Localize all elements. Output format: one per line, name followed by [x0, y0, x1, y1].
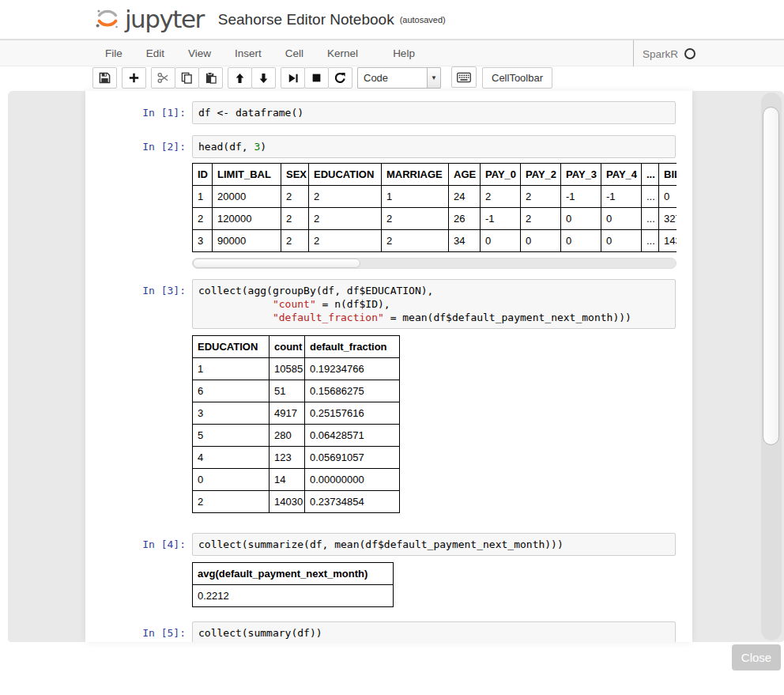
output-table: IDLIMIT_BALSEXEDUCATIONMARRIAGEAGEPAY_0P… — [192, 163, 677, 252]
table-cell: 280 — [270, 425, 305, 447]
column-header: EDUCATION — [193, 336, 270, 358]
code-input[interactable]: collect(summary(df)) — [192, 621, 676, 642]
horizontal-scrollbar-thumb[interactable] — [193, 259, 360, 268]
table-cell: 1 — [193, 358, 270, 380]
education-aggregation-output: EDUCATIONcountdefault_fraction1105850.19… — [192, 335, 692, 513]
jupyter-logo-icon — [95, 6, 120, 34]
menu-insert[interactable]: Insert — [223, 41, 273, 66]
notebook-page: In [1]: df <- dataframe() In [2]: head(d… — [85, 91, 692, 642]
run-cell-button[interactable] — [281, 67, 305, 89]
code-cell-5: In [5]: collect(summary(df)) — [85, 621, 692, 642]
column-header: PAY_0 — [481, 164, 521, 186]
table-cell: 0 — [561, 230, 601, 252]
jupyter-logo-text: jupyter — [125, 7, 204, 32]
column-header: PAY_4 — [601, 164, 642, 186]
code-cell-4: In [4]: collect(summarize(df, mean(df$de… — [85, 533, 692, 556]
table-cell: 34 — [449, 230, 481, 252]
table-cell: 14030 — [270, 491, 305, 513]
jupyter-logo[interactable]: jupyter — [95, 6, 204, 34]
table-row: 52800.06428571 — [193, 425, 400, 447]
menu-view[interactable]: View — [176, 41, 223, 66]
column-header: avg(default_payment_next_month) — [193, 563, 394, 585]
code-input[interactable]: df <- dataframe() — [192, 101, 676, 124]
notebook-title[interactable]: Seahorse Editor Notebook — [218, 11, 394, 28]
column-header: LIMIT_BAL — [213, 164, 281, 186]
output-area-summarize: avg(default_payment_next_month)0.2212 — [192, 562, 692, 607]
table-row: 2140300.23734854 — [193, 491, 400, 513]
column-header: PAY_3 — [561, 164, 601, 186]
horizontal-scrollbar[interactable] — [192, 258, 677, 269]
table-cell: 2 — [382, 208, 449, 230]
notebook-header: jupyter Seahorse Editor Notebook (autosa… — [0, 0, 784, 40]
menu-file[interactable]: File — [93, 41, 134, 66]
scissors-icon — [157, 72, 169, 84]
column-header: BIL — [659, 164, 677, 186]
chevron-down-icon: ▼ — [427, 68, 440, 88]
code-string: "count" — [273, 298, 316, 310]
table-cell: 143 — [659, 230, 677, 252]
output-area-head: IDLIMIT_BALSEXEDUCATIONMARRIAGEAGEPAY_0P… — [192, 163, 692, 269]
code-text: collect(summarize(df, mean(df$default_pa… — [198, 538, 564, 550]
column-header: MARRIAGE — [382, 164, 449, 186]
table-cell: 2 — [281, 230, 309, 252]
dataframe-head-output: IDLIMIT_BALSEXEDUCATIONMARRIAGEAGEPAY_0P… — [192, 163, 677, 252]
cell-type-select[interactable]: Code ▼ — [357, 67, 441, 89]
table-cell: 5 — [193, 425, 270, 447]
move-cell-down-button[interactable] — [251, 67, 276, 89]
paste-icon — [205, 72, 217, 84]
menu-help[interactable]: Help — [381, 41, 427, 66]
add-cell-button[interactable] — [122, 67, 146, 89]
output-area-groupby: EDUCATIONcountdefault_fraction1105850.19… — [192, 335, 692, 513]
table-cell: 2 — [281, 186, 309, 208]
table-cell: 10585 — [270, 358, 305, 380]
stop-button[interactable] — [304, 67, 329, 89]
vertical-scrollbar-thumb[interactable] — [763, 107, 779, 445]
code-text: df <- dataframe() — [198, 107, 303, 119]
move-cell-up-button[interactable] — [228, 67, 252, 89]
code-cell-3: In [3]: collect(agg(groupBy(df, df$EDUCA… — [85, 279, 692, 329]
table-cell: 1 — [382, 186, 449, 208]
table-cell: 51 — [270, 380, 305, 402]
table-cell: ... — [642, 230, 659, 252]
menu-edit[interactable]: Edit — [134, 41, 176, 66]
input-prompt: In [3]: — [85, 279, 192, 329]
cut-button[interactable] — [151, 67, 175, 89]
celltoolbar-button[interactable]: CellToolbar — [482, 67, 552, 89]
code-string: "default_fraction" — [273, 312, 384, 323]
keyboard-icon — [457, 72, 471, 83]
paste-button[interactable] — [198, 67, 223, 89]
table-cell: 0.2212 — [193, 585, 394, 607]
table-cell: ... — [642, 208, 659, 230]
table-cell: 3 — [193, 402, 270, 425]
vertical-scrollbar[interactable] — [761, 93, 782, 640]
table-cell: 14 — [270, 469, 305, 491]
menu-cell[interactable]: Cell — [273, 41, 315, 66]
close-button[interactable]: Close — [732, 644, 781, 670]
menu-kernel[interactable]: Kernel — [315, 41, 370, 66]
menu-bar: File Edit View Insert Cell Kernel Help S… — [0, 40, 784, 66]
table-cell: 0.19234766 — [305, 358, 400, 380]
toolbar: Code ▼ CellToolbar — [0, 66, 784, 91]
copy-button[interactable] — [175, 67, 199, 89]
table-cell: 0.06428571 — [305, 425, 400, 447]
table-cell: 2 — [521, 208, 561, 230]
table-row: 6510.15686275 — [193, 380, 400, 402]
keyboard-shortcuts-button[interactable] — [451, 66, 477, 88]
table-cell: 0.00000000 — [305, 469, 400, 491]
table-cell: 0 — [601, 208, 642, 230]
column-header: default_fraction — [305, 336, 400, 358]
code-input[interactable]: head(df, 3) — [192, 135, 676, 158]
code-input[interactable]: collect(summarize(df, mean(df$default_pa… — [192, 533, 676, 556]
table-cell: 0 — [521, 230, 561, 252]
code-input[interactable]: collect(agg(groupBy(df, df$EDUCATION), "… — [192, 279, 676, 329]
code-text: = mean(df$default_payment_next_month))) — [384, 312, 631, 323]
step-forward-icon — [288, 73, 299, 84]
output-table: EDUCATIONcountdefault_fraction1105850.19… — [192, 335, 400, 513]
table-cell: -1 — [601, 186, 642, 208]
code-text: collect(summary(df)) — [198, 627, 322, 639]
table-cell: 2 — [521, 186, 561, 208]
restart-kernel-button[interactable] — [328, 67, 352, 89]
save-button[interactable] — [92, 67, 117, 89]
mean-output: avg(default_payment_next_month)0.2212 — [192, 562, 692, 607]
kernel-name: SparkR — [643, 48, 678, 60]
